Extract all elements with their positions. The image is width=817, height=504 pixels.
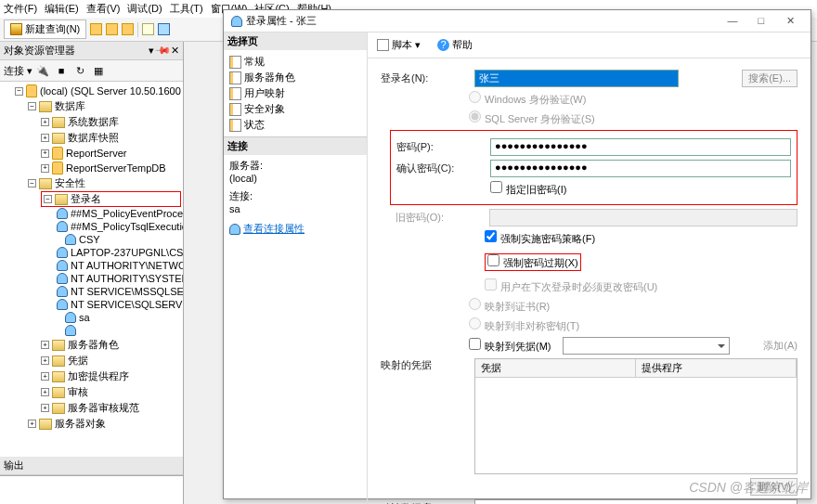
open-icon[interactable] xyxy=(142,23,154,35)
tree-svauditspec[interactable]: +服务器审核规范 xyxy=(41,400,181,416)
map-cred-checkbox[interactable]: 映射到凭据(M) xyxy=(469,338,551,354)
tree-login-item[interactable]: NT SERVICE\SQLSERVERAGE xyxy=(54,298,181,311)
enforce-expire-checkbox[interactable]: 强制密码过期(X) xyxy=(487,254,578,270)
tree-login-item[interactable]: ##MS_PolicyTsqlExecutionLo xyxy=(54,220,181,233)
tree-login-item[interactable]: sa xyxy=(54,311,181,324)
menu-edit[interactable]: 编辑(E) xyxy=(45,2,79,16)
new-query-label: 新建查询(N) xyxy=(25,22,80,36)
stop-icon[interactable]: ■ xyxy=(53,62,70,79)
add-cred-link[interactable]: 添加(A) xyxy=(763,339,798,353)
tree-security[interactable]: −安全性 xyxy=(28,175,181,191)
tree-reportserver[interactable]: +ReportServer xyxy=(41,146,181,161)
tree-databases[interactable]: −数据库 xyxy=(28,98,181,114)
tree-dbsnap[interactable]: +数据库快照 xyxy=(41,130,181,146)
tree-login-item[interactable]: NT AUTHORITY\SYSTEM xyxy=(54,272,181,285)
user-icon xyxy=(57,247,68,258)
view-conn-props-link[interactable]: 查看连接属性 xyxy=(243,222,305,236)
expander-icon[interactable]: + xyxy=(41,149,49,158)
tree-logins[interactable]: −登录名 xyxy=(41,191,181,207)
tree-login-item[interactable]: LAPTOP-237UPGNL\CSY xyxy=(54,246,181,259)
default-db-select[interactable]: master xyxy=(474,499,798,504)
new-query-button[interactable]: 新建查询(N) xyxy=(4,19,86,39)
password-input[interactable]: ●●●●●●●●●●●●●●● xyxy=(490,138,791,156)
tree-audit[interactable]: +审核 xyxy=(41,384,181,400)
close-icon[interactable]: ✕ xyxy=(171,45,179,57)
expander-icon[interactable]: + xyxy=(41,356,49,365)
tree-login-item[interactable] xyxy=(54,324,181,337)
tree-root-label: (local) (SQL Server 10.50.1600 - sa) xyxy=(40,85,183,97)
tree-cryptprov[interactable]: +加密提供程序 xyxy=(41,368,181,384)
filter-icon[interactable]: ▦ xyxy=(90,62,107,79)
page-item[interactable]: 服务器角色 xyxy=(229,70,361,85)
tree-login-item[interactable]: CSY xyxy=(54,233,181,246)
expander-icon[interactable]: + xyxy=(41,404,49,412)
expander-icon[interactable]: + xyxy=(41,164,49,173)
pin2-icon[interactable]: 📌 xyxy=(153,42,171,59)
expander-icon[interactable]: + xyxy=(41,118,49,126)
old-password-chk[interactable] xyxy=(490,181,502,193)
expander-icon[interactable]: − xyxy=(44,195,52,203)
mapped-creds-grid[interactable]: 凭据 提供程序 xyxy=(474,358,798,474)
tree-reportservertemp[interactable]: +ReportServerTempDB xyxy=(41,161,181,175)
page-item[interactable]: 状态 xyxy=(229,117,361,133)
tree-label: 系统数据库 xyxy=(68,115,119,129)
refresh-icon[interactable]: ↻ xyxy=(71,62,88,79)
login-name-input[interactable]: 张三 xyxy=(474,70,679,87)
expander-icon[interactable]: − xyxy=(28,102,36,110)
expander-icon[interactable]: + xyxy=(41,341,49,349)
connect-button[interactable]: 连接 ▾ xyxy=(4,64,32,78)
tree-label: NT SERVICE\SQLSERVERAGE xyxy=(71,299,183,310)
tree-login-item[interactable]: NT AUTHORITY\NETWORK S xyxy=(54,259,181,272)
col-cred-header[interactable]: 凭据 xyxy=(475,359,636,378)
search-button[interactable]: 搜索(E)... xyxy=(742,70,798,87)
maximize-button[interactable]: □ xyxy=(748,15,774,26)
confirm-password-input[interactable]: ●●●●●●●●●●●●●●● xyxy=(490,160,791,177)
tree-login-item[interactable]: NT SERVICE\MSSQLSERVER xyxy=(54,285,181,298)
enforce-policy-label: 强制实施密码策略(F) xyxy=(500,233,595,244)
map-cred-select[interactable] xyxy=(563,337,730,355)
menu-view[interactable]: 查看(V) xyxy=(86,2,121,16)
tree-creds[interactable]: +凭据 xyxy=(41,353,181,368)
map-cred-label: 映射到凭据(M) xyxy=(485,341,551,352)
tree-root[interactable]: −(local) (SQL Server 10.50.1600 - sa) xyxy=(15,84,181,98)
folder-icon xyxy=(55,194,68,205)
map-cred-chk[interactable] xyxy=(469,338,481,350)
tree-login-item[interactable]: ##MS_PolicyEventProcessing xyxy=(54,207,181,220)
close-button[interactable]: ✕ xyxy=(777,15,803,27)
page-item[interactable]: 常规 xyxy=(229,54,361,70)
page-item[interactable]: 用户映射 xyxy=(229,85,361,101)
expander-icon[interactable]: + xyxy=(41,134,49,142)
tree-label: ##MS_PolicyEventProcessing xyxy=(71,208,183,219)
script-button[interactable]: 脚本 ▾ xyxy=(373,36,424,54)
tree-label: 服务器对象 xyxy=(55,417,106,431)
enforce-policy-checkbox[interactable]: 强制实施密码策略(F) xyxy=(485,230,595,246)
tree-sysdbs[interactable]: +系统数据库 xyxy=(41,114,181,130)
help-button[interactable]: ?帮助 xyxy=(434,36,476,54)
enforce-expire-chk[interactable] xyxy=(487,254,499,266)
page-item[interactable]: 安全对象 xyxy=(229,101,361,117)
menu-debug[interactable]: 调试(D) xyxy=(127,2,162,16)
minimize-button[interactable]: — xyxy=(720,15,746,26)
db-icon[interactable] xyxy=(90,23,102,35)
menu-file[interactable]: 文件(F) xyxy=(4,2,37,16)
disconnect-icon[interactable]: 🔌 xyxy=(34,62,51,79)
page-label: 安全对象 xyxy=(244,102,285,116)
expander-icon[interactable]: − xyxy=(28,179,36,187)
enforce-policy-chk[interactable] xyxy=(485,230,497,242)
object-tree[interactable]: −(local) (SQL Server 10.50.1600 - sa) −数… xyxy=(0,82,183,457)
dialog-titlebar[interactable]: 登录属性 - 张三 — □ ✕ xyxy=(224,10,811,32)
tree-label: ReportServer xyxy=(66,148,126,159)
tree-svrroles[interactable]: +服务器角色 xyxy=(41,337,181,353)
col-prov-header[interactable]: 提供程序 xyxy=(636,359,797,378)
db-icon-2[interactable] xyxy=(106,23,118,35)
tree-svobjects[interactable]: +服务器对象 xyxy=(28,416,181,432)
menu-tools[interactable]: 工具(T) xyxy=(170,2,203,16)
old-password-checkbox[interactable]: 指定旧密码(I) xyxy=(490,181,566,197)
save-icon[interactable] xyxy=(158,23,170,35)
db-icon-3[interactable] xyxy=(122,23,134,35)
expander-icon[interactable]: + xyxy=(41,388,49,396)
expander-icon[interactable]: − xyxy=(15,87,23,96)
expander-icon[interactable]: + xyxy=(28,420,36,428)
expander-icon[interactable]: + xyxy=(41,372,49,381)
connection-value: sa xyxy=(229,203,361,214)
